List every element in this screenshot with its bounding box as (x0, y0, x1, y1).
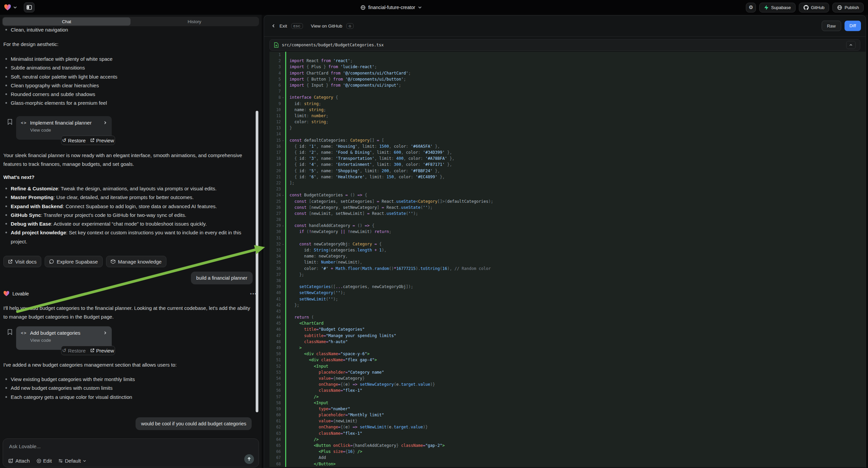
send-button[interactable] (244, 454, 254, 464)
fold-gutter (281, 70, 285, 76)
line-number: 39 (270, 284, 281, 290)
code-line: 60 placeholder="Monthly limit" (270, 412, 866, 418)
tab-chat[interactable]: Chat (3, 18, 130, 26)
edit-button[interactable]: Edit (37, 458, 52, 464)
view-code-link[interactable]: View code (30, 338, 107, 343)
code-text: import { Plus } from 'lucide-react'; (289, 64, 377, 70)
bookmark-icon[interactable] (7, 329, 12, 335)
code-text: import { Input } from '@/components/ui/i… (289, 82, 401, 88)
fold-gutter (281, 155, 285, 162)
fold-gutter (281, 412, 285, 418)
lovable-logo-icon[interactable] (4, 4, 11, 11)
fold-chevron-icon[interactable]: ⌄ (281, 241, 285, 247)
line-number: 66 (270, 448, 281, 455)
line-number: 20 (270, 168, 281, 174)
code-text: placeholder="Monthly limit" (289, 412, 384, 418)
preview-button[interactable]: Preview (90, 348, 114, 353)
code-line: 50 <div className="space-y-6"> (270, 351, 866, 357)
sliders-icon (58, 459, 63, 463)
code-line: 32⌄ const newCategoryObj: Category = { (270, 241, 866, 247)
code-line: 67 Add (270, 455, 866, 461)
code-line: 68 </Button> (270, 461, 866, 467)
line-number: 61 (270, 418, 281, 424)
fold-gutter (281, 400, 285, 406)
sidebar-panel-icon (27, 5, 32, 10)
code-line: 63 className="flex-1" (270, 430, 866, 436)
line-number: 27 (270, 210, 281, 216)
raw-toggle-button[interactable]: Raw (822, 21, 841, 31)
bookmark-icon[interactable] (7, 119, 12, 125)
chat-input[interactable] (9, 443, 253, 449)
chat-action-buttons: Visit docsExplore SupabaseManage knowled… (3, 256, 166, 267)
code-line: 40 setNewCategory(''); (270, 290, 866, 296)
list-item: View existing budget categories with the… (3, 375, 253, 384)
manage-knowledge-button[interactable]: Manage knowledge (106, 256, 166, 267)
code-line: 14 (270, 131, 866, 137)
publish-button[interactable]: Publish (832, 3, 864, 12)
whats-next-heading: What's next? (3, 173, 255, 182)
diff-added-bar (285, 326, 286, 332)
line-number: 22 (270, 180, 281, 186)
code-line: 29⌄ const handleAddCategory = () => { (270, 223, 866, 229)
supabase-button[interactable]: Supabase (759, 3, 796, 12)
diff-added-bar (285, 369, 286, 375)
line-number: 48 (270, 339, 281, 345)
visit-docs-button[interactable]: Visit docs (3, 256, 41, 267)
line-number: 56 (270, 387, 281, 393)
line-number: 44 (270, 314, 281, 320)
attach-button[interactable]: Attach (8, 458, 30, 464)
code-text: { id: '1', name: 'Housing', limit: 1500,… (289, 143, 440, 149)
diff-added-bar (285, 387, 286, 393)
restore-button[interactable]: ↺Restore (62, 348, 86, 353)
code-line: 55 onChange={(e) => setNewCategory(e.tar… (270, 381, 866, 387)
fold-gutter (281, 198, 285, 204)
project-switcher[interactable]: financial-future-creator (360, 0, 422, 15)
code-line: 4import ChartCard from '@/components/ui/… (270, 70, 866, 76)
code-line: 20 { id: '5', name: 'Shopping', limit: 2… (270, 168, 866, 174)
line-number: 31 (270, 235, 281, 241)
fold-chevron-icon[interactable]: ⌄ (281, 137, 285, 143)
explore-supabase-button[interactable]: Explore Supabase (44, 256, 103, 267)
file-path-bar[interactable]: src/components/budget/BudgetCategories.t… (270, 39, 860, 51)
chat-scrollbar[interactable] (256, 111, 258, 412)
github-button[interactable]: GitHub (799, 3, 829, 12)
code-editor[interactable]: 12import React from 'react';3import { Pl… (270, 52, 866, 468)
chevron-left-icon[interactable] (272, 24, 276, 28)
restore-button[interactable]: ↺Restore (62, 137, 86, 143)
fold-gutter (281, 229, 285, 235)
settings-button[interactable]: ⚙ (746, 3, 756, 12)
code-text: interface Category { (289, 94, 338, 100)
exit-button[interactable]: Exit (279, 24, 287, 29)
button-label: Manage knowledge (118, 259, 162, 265)
line-number: 12 (270, 119, 281, 125)
code-text: <Button onClick={handleAddCategory} clas… (289, 442, 444, 448)
code-text: }; (289, 272, 304, 277)
code-text: { id: '2', name: 'Food & Dining', limit:… (289, 149, 452, 155)
code-text: name: newCategory, (289, 253, 348, 259)
fold-chevron-icon[interactable]: ⌄ (281, 94, 285, 100)
fold-gutter (281, 442, 285, 448)
mode-select[interactable]: Default (58, 458, 86, 464)
diff-added-bar (285, 345, 286, 351)
code-line: 25 const [categories, setCategories] = R… (270, 198, 866, 204)
code-line: 41 setNewLimit(''); (270, 296, 866, 302)
diff-toggle-button[interactable]: Diff (844, 21, 861, 31)
code-line: 13} (270, 125, 866, 131)
list-item: Add project knowledge: Set key context o… (3, 228, 254, 246)
view-code-link[interactable]: View code (30, 127, 107, 133)
preview-button[interactable]: Preview (90, 138, 114, 143)
view-on-github-link[interactable]: View on GitHub (311, 24, 343, 29)
toggle-sidebar-button[interactable] (24, 2, 35, 12)
publish-label: Publish (844, 5, 859, 10)
diff-added-bar (285, 88, 286, 94)
tab-history[interactable]: History (130, 18, 258, 26)
line-number: 58 (270, 400, 281, 406)
line-number: 46 (270, 326, 281, 332)
code-text: const [newLimit, setNewLimit] = React.us… (289, 210, 418, 216)
workspace-chevron-down-icon[interactable] (13, 5, 17, 9)
fold-chevron-icon[interactable]: ⌄ (281, 192, 285, 198)
fold-gutter (281, 149, 285, 155)
fold-chevron-icon[interactable]: ⌄ (281, 223, 285, 229)
diff-added-bar (285, 94, 286, 100)
collapse-file-button[interactable] (846, 41, 856, 49)
